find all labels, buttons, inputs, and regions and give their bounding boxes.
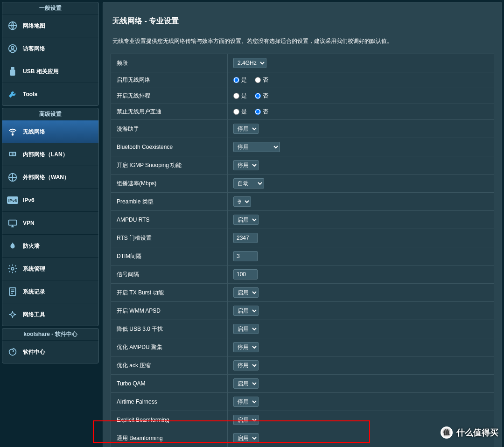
tools-icon <box>7 309 18 320</box>
airtime-select[interactable]: 停用 <box>233 397 259 407</box>
sidebar-item-network-map[interactable]: 网络地图 <box>2 14 98 37</box>
row-schedule-label: 开启无线排程 <box>111 88 228 104</box>
sidebar-group-general: 一般设置 网络地图 访客网络 USB 相关应用 Tools <box>2 2 99 106</box>
dtim-input[interactable] <box>233 251 258 261</box>
row-ack-label: 优化 ack 压缩 <box>111 356 228 375</box>
svg-rect-14 <box>9 220 17 225</box>
settings-table: 频段 2.4GHz 启用无线网络 是 否 开启无线排程 是 否 禁止无线用户互通… <box>111 54 494 447</box>
isolate-yes[interactable]: 是 <box>233 108 247 115</box>
universalbf-select[interactable]: 启用 <box>233 433 259 443</box>
main-panel: 无线网络 - 专业设置 无线专业设置提供您无线网络传输与效率方面的设置。若您没有… <box>103 2 502 447</box>
sidebar-item-tools[interactable]: Tools <box>2 83 98 105</box>
svg-rect-3 <box>11 67 14 70</box>
preamble-select[interactable]: 长 <box>233 196 251 207</box>
wmm-select[interactable]: 启用 <box>233 306 259 316</box>
row-isolate-label: 禁止无线用户互通 <box>111 104 228 120</box>
row-ampdurts-label: AMPDU RTS <box>111 211 228 229</box>
wan-icon <box>7 172 18 183</box>
sidebar-group-koolshare: koolshare - 软件中心 软件中心 <box>2 328 99 363</box>
sidebar-item-usb[interactable]: USB 相关应用 <box>2 60 98 83</box>
row-airtime-label: Airtime Fairness <box>111 393 228 411</box>
bluetooth-select[interactable]: 停用 <box>233 142 280 152</box>
sidebar: 一般设置 网络地图 访客网络 USB 相关应用 Tools 高级设置 <box>0 0 99 447</box>
ipv6-icon: IPv6 <box>7 195 18 206</box>
ampduagg-select[interactable]: 停用 <box>233 342 259 352</box>
usb3-select[interactable]: 启用 <box>233 324 259 334</box>
page-title: 无线网络 - 专业设置 <box>112 16 494 26</box>
fire-icon <box>7 240 18 251</box>
sidebar-header-advanced: 高级设置 <box>2 108 98 120</box>
row-band-label: 频段 <box>111 54 228 72</box>
row-universalbf-label: 通用 Beamforming <box>111 429 228 447</box>
sidebar-item-ipv6[interactable]: IPv6 IPv6 <box>2 189 98 211</box>
watermark-text: 什么值得买 <box>456 427 498 438</box>
sidebar-item-label: IPv6 <box>23 197 35 203</box>
schedule-no[interactable]: 否 <box>255 92 268 99</box>
sidebar-item-label: 系统记录 <box>23 288 45 296</box>
sidebar-item-wireless[interactable]: 无线网络 <box>2 120 98 143</box>
beacon-input[interactable] <box>233 269 258 279</box>
turbo-select[interactable]: 启用 <box>233 378 259 389</box>
row-rts-label: RTS 门槛设置 <box>111 229 228 247</box>
row-txburst-label: 开启 TX Burst 功能 <box>111 284 228 302</box>
multicast-select[interactable]: 自动 <box>233 178 264 189</box>
sidebar-item-label: 访客网络 <box>23 45 45 53</box>
sidebar-item-label: 防火墙 <box>23 242 40 250</box>
globe-icon <box>7 20 18 31</box>
row-explicitbf-label: Explicit Beamforming <box>111 411 228 429</box>
wifi-icon <box>7 126 18 137</box>
sidebar-item-label: 系统管理 <box>23 265 45 273</box>
sidebar-item-label: VPN <box>23 220 35 226</box>
roaming-select[interactable]: 停用 <box>233 124 259 134</box>
svg-point-5 <box>12 134 14 135</box>
svg-point-17 <box>11 313 14 316</box>
sidebar-item-firewall[interactable]: 防火墙 <box>2 234 98 257</box>
sidebar-item-guest-network[interactable]: 访客网络 <box>2 37 98 60</box>
wrench-icon <box>7 89 18 100</box>
sidebar-item-label: 内部网络（LAN） <box>23 151 68 159</box>
lan-icon <box>7 149 18 160</box>
ack-select[interactable]: 停用 <box>233 360 259 370</box>
sidebar-item-lan[interactable]: 内部网络（LAN） <box>2 143 98 166</box>
svg-point-15 <box>11 267 14 270</box>
band-select[interactable]: 2.4GHz <box>233 58 266 68</box>
svg-rect-7 <box>10 153 11 155</box>
svg-rect-9 <box>13 153 14 155</box>
svg-rect-4 <box>10 70 15 76</box>
usb-icon <box>7 66 18 77</box>
enablewifi-yes[interactable]: 是 <box>233 77 247 83</box>
sidebar-item-nettools[interactable]: 网络工具 <box>2 303 98 326</box>
sidebar-item-label: 外部网络（WAN） <box>23 174 70 182</box>
row-roaming-label: 漫游助手 <box>111 120 228 138</box>
svg-point-2 <box>11 46 14 49</box>
spiral-icon <box>7 346 18 357</box>
sidebar-item-label: USB 相关应用 <box>23 68 59 76</box>
txburst-select[interactable]: 启用 <box>233 287 259 298</box>
sidebar-item-vpn[interactable]: VPN <box>2 211 98 234</box>
sidebar-item-label: Tools <box>23 91 37 98</box>
schedule-yes[interactable]: 是 <box>233 92 247 99</box>
rts-input[interactable] <box>233 233 258 243</box>
row-dtim-label: DTIM间隔 <box>111 247 228 265</box>
sidebar-header-general: 一般设置 <box>2 2 98 14</box>
sidebar-item-software[interactable]: 软件中心 <box>2 340 98 363</box>
row-preamble-label: Preamble 类型 <box>111 193 228 211</box>
vpn-icon <box>7 217 18 229</box>
row-turbo-label: Turbo QAM <box>111 375 228 393</box>
svg-rect-10 <box>14 153 15 155</box>
enablewifi-no[interactable]: 否 <box>255 77 268 83</box>
row-ampduagg-label: 优化 AMPDU 聚集 <box>111 338 228 356</box>
row-igmp-label: 开启 IGMP Snooping 功能 <box>111 156 228 175</box>
sidebar-item-syslog[interactable]: 系统记录 <box>2 280 98 303</box>
sidebar-item-wan[interactable]: 外部网络（WAN） <box>2 166 98 189</box>
row-enablewifi-label: 启用无线网络 <box>111 72 228 88</box>
sidebar-item-admin[interactable]: 系统管理 <box>2 257 98 280</box>
row-beacon-label: 信号间隔 <box>111 265 228 284</box>
explicitbf-select[interactable]: 启用 <box>233 415 259 425</box>
gear-icon <box>7 263 18 274</box>
igmp-select[interactable]: 停用 <box>233 160 259 170</box>
isolate-no[interactable]: 否 <box>255 108 268 115</box>
row-multicast-label: 组播速率(Mbps) <box>111 175 228 193</box>
page-desc: 无线专业设置提供您无线网络传输与效率方面的设置。若您没有选择适合的设置，建议采用… <box>112 37 494 45</box>
ampdurts-select[interactable]: 启用 <box>233 215 259 225</box>
